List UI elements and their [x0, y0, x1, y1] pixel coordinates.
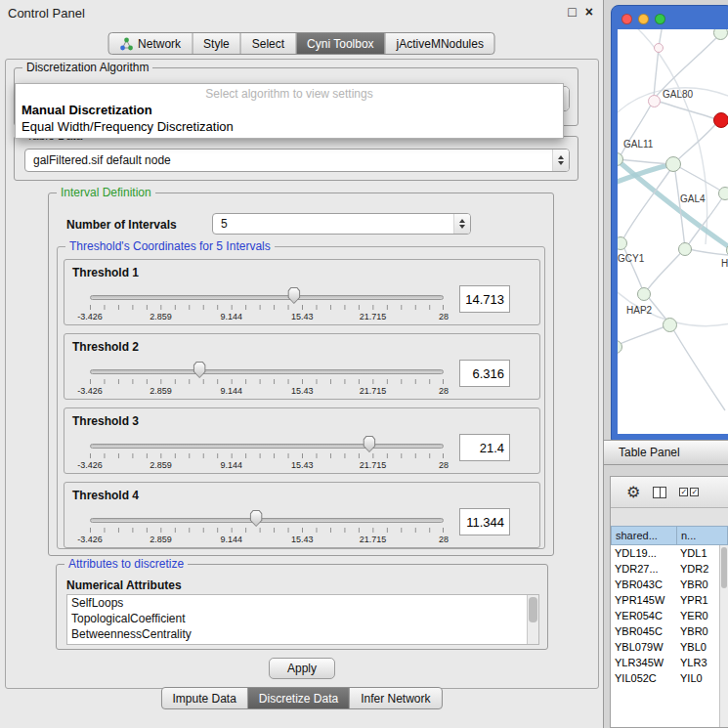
- threshold-3-slider[interactable]: -3.426 2.859 9.144 15.43 21.715 28: [90, 434, 444, 473]
- list-item[interactable]: BetweennessCentrality: [67, 626, 538, 642]
- table-row[interactable]: YBR043CYBR0: [611, 577, 719, 592]
- float-window-icon[interactable]: □: [568, 3, 576, 21]
- table-panel-title: Table Panel: [619, 446, 680, 459]
- combo-value: 5: [221, 217, 228, 231]
- slider-scale: -3.426 2.859 9.144 15.43 21.715 28: [90, 460, 444, 471]
- node-label: HAP2: [626, 305, 652, 316]
- tab-label: Discretize Data: [259, 692, 338, 706]
- tab-discretize-data[interactable]: Discretize Data: [248, 688, 350, 708]
- scrollbar-thumb[interactable]: [721, 547, 727, 588]
- gear-icon[interactable]: ⚙: [626, 485, 640, 500]
- threshold-1-value-field[interactable]: 14.713: [459, 285, 510, 313]
- bottom-tab-bar: Impute Data Discretize Data Infer Networ…: [160, 687, 442, 709]
- slider-track[interactable]: [90, 518, 444, 523]
- combo-spinner-icon[interactable]: [453, 214, 470, 234]
- scrollbar-thumb[interactable]: [529, 597, 537, 622]
- slider-track[interactable]: [90, 369, 444, 374]
- table-column-headers: shared... n...: [611, 526, 728, 545]
- node-label: GAL11: [623, 139, 653, 150]
- table-row[interactable]: YBL079WYBL0: [611, 639, 719, 655]
- table-data-combo[interactable]: galFiltered.sif default node: [24, 149, 570, 172]
- close-traffic-icon[interactable]: [621, 14, 632, 24]
- control-panel-titlebar: Control Panel □ ×: [0, 0, 603, 25]
- num-intervals-label: Number of Intervals: [66, 218, 177, 232]
- tab-label: Cyni Toolbox: [307, 37, 373, 51]
- group-title: Attributes to discretize: [64, 557, 188, 571]
- slider-ticks: [90, 305, 444, 310]
- tab-jactivemnodules[interactable]: jActiveMNodules: [386, 33, 494, 54]
- table-scrollbar[interactable]: [719, 545, 728, 727]
- list-scrollbar[interactable]: [527, 595, 538, 644]
- list-item[interactable]: TopologicalCoefficient: [67, 611, 538, 626]
- table-data-group: Table Data galFiltered.sif default node: [14, 136, 578, 181]
- column-header-shared-name[interactable]: shared...: [611, 526, 677, 545]
- cyni-toolbox-panel: Discretization Algorithm Select algorith…: [5, 59, 599, 689]
- tab-impute-data[interactable]: Impute Data: [161, 688, 247, 708]
- num-intervals-combo[interactable]: 5: [212, 213, 471, 235]
- tab-label: Impute Data: [172, 692, 236, 706]
- network-node[interactable]: [718, 187, 728, 200]
- threshold-2-value-field[interactable]: 6.316: [459, 360, 510, 387]
- threshold-1-slider[interactable]: -3.426 2.859 9.144 15.43 21.715 28: [90, 285, 444, 324]
- table-row[interactable]: YDR27...YDR2: [611, 561, 719, 577]
- table-row[interactable]: YER054CYER0: [611, 608, 719, 623]
- tab-label: Select: [252, 37, 284, 51]
- network-node[interactable]: [663, 318, 677, 332]
- minimize-traffic-icon[interactable]: [638, 14, 649, 24]
- tab-label: Infer Network: [361, 692, 430, 706]
- slider-scale: -3.426 2.859 9.144 15.43 21.715 28: [90, 312, 444, 322]
- network-node-gal4[interactable]: [665, 156, 681, 172]
- network-node-hap2[interactable]: [637, 287, 651, 301]
- tab-network[interactable]: Network: [108, 33, 193, 54]
- node-label: H: [721, 258, 728, 269]
- threshold-label: Threshold 1: [72, 266, 139, 279]
- close-icon[interactable]: ×: [585, 3, 593, 21]
- table-row[interactable]: YIL052CYIL0: [611, 670, 719, 686]
- network-node[interactable]: [678, 242, 692, 256]
- tab-label: Network: [138, 37, 181, 51]
- network-node-gal80[interactable]: [648, 95, 661, 107]
- slider-handle[interactable]: [287, 287, 300, 304]
- tab-style[interactable]: Style: [193, 33, 241, 54]
- numerical-attributes-list: SelfLoops TopologicalCoefficient Between…: [66, 594, 539, 645]
- table-row[interactable]: YDL19...YDL1: [611, 545, 719, 561]
- tab-cyni-toolbox[interactable]: Cyni Toolbox: [296, 33, 385, 54]
- column-header-name[interactable]: n...: [677, 526, 728, 545]
- dropdown-option-equal-width-frequency[interactable]: Equal Width/Frequency Discretization: [16, 118, 563, 135]
- list-item[interactable]: SelfLoops: [67, 595, 538, 611]
- tab-select[interactable]: Select: [241, 33, 296, 54]
- apply-button[interactable]: Apply: [269, 658, 335, 679]
- combo-spinner-icon[interactable]: [552, 150, 569, 171]
- tab-infer-network[interactable]: Infer Network: [350, 688, 441, 708]
- threshold-label: Threshold 2: [72, 340, 139, 354]
- dropdown-option-manual-discretization[interactable]: Manual Discretization: [16, 102, 563, 118]
- network-canvas[interactable]: GAL80 GAL11 GAL4 GCY1 H HAP2: [618, 29, 728, 434]
- threshold-4-value-field[interactable]: 11.344: [459, 508, 510, 535]
- threshold-3-value-field[interactable]: 21.4: [459, 434, 510, 461]
- node-label: GCY1: [618, 253, 644, 264]
- numerical-attributes-label: Numerical Attributes: [66, 578, 182, 592]
- window-title: Control Panel: [8, 6, 85, 21]
- threshold-4-section: Threshold 4 -3.426 2.859 9.144 15.43 21.…: [64, 482, 540, 548]
- slider-handle[interactable]: [363, 436, 375, 452]
- threshold-4-slider[interactable]: -3.426 2.859 9.144 15.43 21.715 28: [90, 508, 444, 547]
- table-row[interactable]: YPR145WYPR1: [611, 592, 719, 608]
- slider-track[interactable]: [90, 444, 444, 449]
- network-icon: [119, 37, 133, 51]
- select-columns-icon[interactable]: ✓✓: [679, 488, 701, 496]
- network-view-window: GAL80 GAL11 GAL4 GCY1 H HAP2: [611, 5, 728, 441]
- table-row[interactable]: YLR345WYLR3: [611, 655, 719, 670]
- slider-track[interactable]: [90, 295, 444, 300]
- slider-scale: -3.426 2.859 9.144 15.43 21.715 28: [90, 535, 444, 545]
- slider-handle[interactable]: [250, 510, 263, 527]
- columns-icon[interactable]: [653, 487, 666, 498]
- table-panel-header: Table Panel: [604, 440, 728, 465]
- network-node-highlighted[interactable]: [713, 112, 728, 128]
- slider-ticks: [90, 528, 444, 533]
- table-row[interactable]: YBR045CYBR0: [611, 623, 719, 639]
- network-node[interactable]: [654, 43, 664, 53]
- zoom-traffic-icon[interactable]: [655, 14, 665, 24]
- slider-handle[interactable]: [193, 362, 206, 378]
- threshold-2-section: Threshold 2 -3.426 2.859 9.144 15.43 21.…: [64, 333, 540, 400]
- threshold-2-slider[interactable]: -3.426 2.859 9.144 15.43 21.715 28: [90, 360, 444, 399]
